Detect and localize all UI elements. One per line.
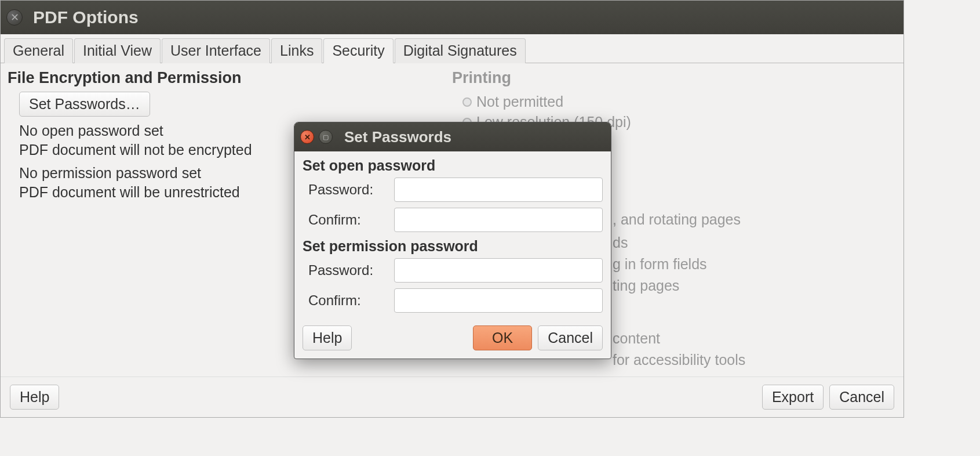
fragment-text: , and rotating pages: [613, 211, 741, 228]
permission-password-section: Set permission password: [303, 238, 603, 255]
close-icon[interactable]: ✕: [6, 9, 23, 26]
tab-digital-signatures[interactable]: Digital Signatures: [395, 38, 526, 63]
perm-confirm-input[interactable]: [394, 288, 603, 313]
ok-button[interactable]: OK: [473, 325, 532, 350]
perm-confirm-label: Confirm:: [308, 292, 394, 309]
perm-password-label: Password:: [308, 262, 394, 278]
maximize-icon[interactable]: ▢: [319, 130, 333, 144]
modal-body: Set open password Password: Confirm: Set…: [294, 151, 611, 321]
fragment-text: ting pages: [613, 277, 679, 294]
perm-password-input[interactable]: [394, 258, 603, 283]
tab-general[interactable]: General: [4, 38, 73, 63]
fragment-text: content: [613, 330, 660, 347]
window-title: PDF Options: [33, 8, 139, 27]
open-password-label: Password:: [308, 182, 394, 198]
set-passwords-button[interactable]: Set Passwords…: [19, 92, 150, 117]
tab-user-interface[interactable]: User Interface: [162, 38, 270, 63]
modal-cancel-button[interactable]: Cancel: [538, 325, 603, 350]
export-button[interactable]: Export: [762, 385, 824, 410]
modal-titlebar: ✕ ▢ Set Passwords: [294, 122, 611, 151]
tab-security[interactable]: Security: [323, 38, 393, 63]
tabs: General Initial View User Interface Link…: [1, 34, 904, 63]
open-password-section: Set open password: [303, 157, 603, 174]
open-confirm-input[interactable]: [394, 208, 603, 232]
fragment-text: ds: [613, 234, 628, 251]
open-confirm-label: Confirm:: [308, 212, 394, 228]
titlebar: ✕ PDF Options: [1, 1, 904, 34]
help-button[interactable]: Help: [10, 385, 59, 410]
bottom-bar: Help Export Cancel: [1, 377, 904, 417]
modal-help-button[interactable]: Help: [303, 325, 352, 350]
fragment-text: for accessibility tools: [613, 352, 745, 368]
set-passwords-dialog: ✕ ▢ Set Passwords Set open password Pass…: [294, 122, 611, 359]
open-password-input[interactable]: [394, 178, 603, 202]
tab-initial-view[interactable]: Initial View: [74, 38, 161, 63]
cancel-button[interactable]: Cancel: [829, 385, 894, 410]
modal-buttons: Help OK Cancel: [294, 321, 611, 359]
close-icon[interactable]: ✕: [300, 130, 314, 144]
encryption-section-title: File Encryption and Permission: [8, 69, 452, 87]
printing-not-permitted: Not permitted: [452, 92, 897, 112]
radio-label: Not permitted: [476, 93, 563, 110]
fragment-text: g in form fields: [613, 256, 707, 273]
printing-section-title: Printing: [452, 69, 897, 87]
radio-icon: [462, 97, 472, 107]
tab-links[interactable]: Links: [271, 38, 322, 63]
modal-title: Set Passwords: [344, 128, 451, 146]
